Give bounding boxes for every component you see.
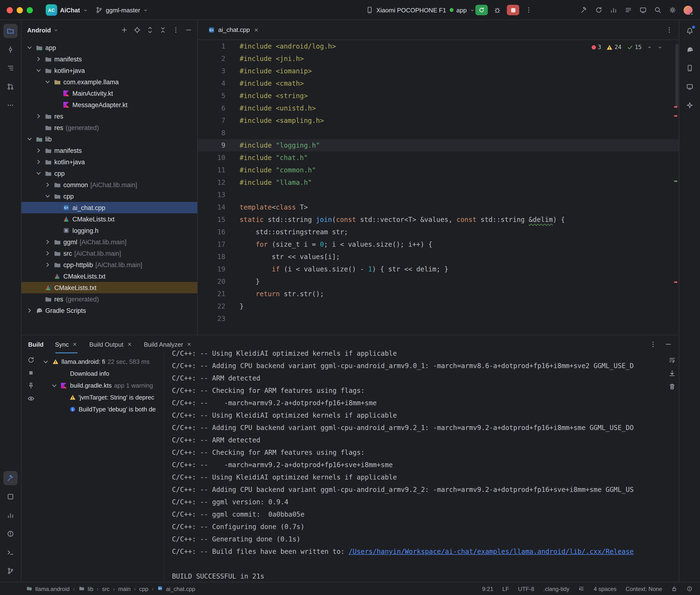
code-line[interactable]: 18 str << values[i]; [198,251,679,263]
breadcrumb-item[interactable]: cpp [139,586,148,592]
code-line[interactable]: 22} [198,300,679,312]
chevron-right-icon[interactable] [35,148,42,153]
user-avatar[interactable] [683,5,693,15]
code-area[interactable]: 3 24 15 1#include <android/log.h>2#inclu… [198,40,679,335]
lock-open-icon[interactable] [671,586,677,592]
code-line[interactable]: 17 for (size_t i = 0; i < values.size();… [198,238,679,251]
project-tree-item[interactable]: MessageAdapter.kt [22,99,197,111]
code-line[interactable]: 21 return str.str(); [198,288,679,300]
resync-icon[interactable] [27,356,35,364]
code-line[interactable]: 16 std::ostringstream str; [198,226,679,238]
suspend-icon[interactable] [27,369,35,377]
breadcrumb-item[interactable]: main [118,586,131,592]
device-explorer-tool-button[interactable] [3,489,18,504]
build-tool-button[interactable] [3,471,18,485]
error-stripe-mark[interactable] [674,106,677,108]
editor-scrollbar[interactable] [675,44,678,108]
sync-project-icon[interactable] [595,6,603,14]
project-tool-button[interactable] [3,24,18,38]
chevron-down-icon[interactable] [26,45,33,50]
project-tree-item[interactable]: CMakeLists.txt [22,271,197,282]
hide-panel-icon[interactable] [185,26,192,34]
console-link[interactable]: /Users/hanyin/Workspace/ai-chat/examples… [349,548,634,555]
chevron-down-icon[interactable] [26,137,33,141]
project-tree-item[interactable]: com.example.llama [22,76,197,88]
build-tree-item[interactable]: Download info [40,368,164,379]
close-tab-icon[interactable] [72,341,78,347]
editor-options-icon[interactable] [666,26,673,34]
project-tree-item[interactable]: kotlin+java [22,65,197,76]
code-line[interactable]: 20 } [198,275,679,288]
chevron-right-icon[interactable] [26,308,33,313]
close-tab-icon[interactable] [127,341,133,347]
close-tab-icon[interactable] [187,341,192,347]
code-line[interactable]: 7#include <sampling.h> [198,114,679,127]
filters-icon[interactable] [27,395,35,402]
chevron-down-icon[interactable] [35,68,42,73]
running-devices-tool-button[interactable] [682,80,697,94]
code-line[interactable]: 9#include "logging.h" [198,139,679,151]
project-tree-item[interactable]: MainActivity.kt [22,88,197,99]
cursor-position[interactable]: 9:21 [482,586,493,592]
code-line[interactable]: 11#include "common.h" [198,164,679,176]
project-tree-item[interactable]: app [22,42,197,53]
project-tree-item[interactable]: C+ai_chat.cpp [22,202,197,213]
locate-file-icon[interactable] [133,26,141,34]
code-line[interactable]: 14template<class T> [198,201,679,213]
error-stripe-mark[interactable] [674,281,677,283]
project-tree-item[interactable]: CMakeLists.txt [22,282,197,293]
project-tree-item[interactable]: cpp [22,168,197,179]
project-tree-item[interactable]: cpp-httplib [AiChat.lib.main] [22,259,197,271]
zoom-window-button[interactable] [27,7,33,13]
code-line[interactable]: 3#include <iomanip> [198,65,679,77]
code-line[interactable]: 4#include <cmath> [198,77,679,89]
commit-tool-button[interactable] [3,42,18,57]
close-tab-icon[interactable] [253,27,259,33]
status-info-icon[interactable] [687,586,693,592]
project-tree-item[interactable]: src [AiChat.lib.main] [22,248,197,259]
collapse-all-icon[interactable] [159,26,167,34]
code-line[interactable]: 5#include <string> [198,89,679,102]
add-icon[interactable] [120,26,128,34]
structure-tool-button[interactable] [3,61,18,75]
chevron-down-icon[interactable] [44,80,51,84]
chevron-right-icon[interactable] [44,251,51,256]
chevron-right-icon[interactable] [44,182,51,187]
logcat-icon[interactable] [624,6,632,14]
project-tree-item[interactable]: manifests [22,145,197,156]
assistant-tool-button[interactable] [682,98,697,112]
profiler-tool-button[interactable] [3,508,18,522]
version-control-tool-button[interactable] [3,564,18,578]
breadcrumb-item[interactable]: C+ai_chat.cpp [157,585,195,593]
project-tree-item[interactable]: lib [22,133,197,145]
chevron-down-icon[interactable] [51,383,58,388]
build-tree-item[interactable]: build.gradle.kts app 1 warning [40,379,164,391]
build-tree-item[interactable]: llama.android: fi 22 sec, 583 ms [40,356,164,368]
code-line[interactable]: 10#include "chat.h" [198,151,679,164]
project-tree-item[interactable]: cpp [22,191,197,202]
code-line[interactable]: 8 [198,127,679,139]
chevron-right-icon[interactable] [35,114,42,119]
project-tree-item[interactable]: common [AiChat.lib.main] [22,179,197,191]
project-view-selector[interactable]: Android [27,26,51,34]
project-widget[interactable]: AC AiChat [46,0,88,20]
device-selector[interactable]: Xiaomi POCOPHONE F1 [366,0,454,20]
inspections-widget[interactable]: 3 24 15 [588,42,666,52]
more-run-actions-button[interactable] [525,6,533,14]
rerun-button[interactable] [475,5,488,15]
chevron-down-icon[interactable] [43,359,49,364]
build-tree-item[interactable]: BuildType 'debug' is both de [40,403,164,415]
minimize-window-button[interactable] [17,7,23,13]
chevron-down-icon[interactable] [35,171,42,176]
stop-button[interactable] [507,5,519,15]
code-line[interactable]: 2#include <jni.h> [198,52,679,65]
chevron-right-icon[interactable] [44,239,51,244]
breadcrumb-item[interactable]: llama.android [26,585,69,593]
project-tree-item[interactable]: manifests [22,53,197,65]
build-tree-item[interactable]: 'jvmTarget: String' is deprec [40,391,164,403]
editor-tab-ai-chat-cpp[interactable]: C+ ai_chat.cpp [203,20,264,40]
indent-setting[interactable]: 4 spaces [594,586,617,592]
notifications-tool-button[interactable] [682,24,697,38]
soft-wrap-icon[interactable] [668,356,676,364]
project-tree-item[interactable]: res (generated) [22,122,197,133]
